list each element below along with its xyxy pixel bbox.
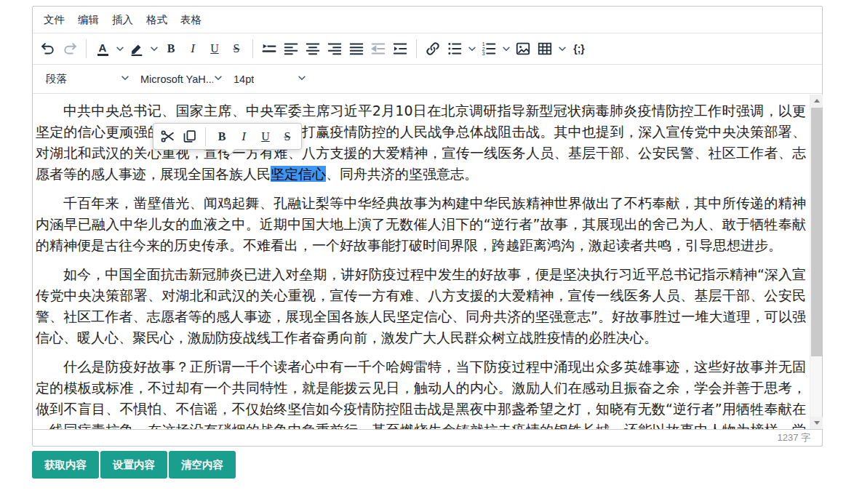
font-family-dropdown[interactable]: Microsoft YaH... [135,68,228,90]
scrollbar-down-button[interactable] [810,417,823,429]
menu-file[interactable]: 文件 [37,9,71,31]
bullet-list-chevron[interactable] [466,39,478,59]
bullet-list-icon [447,41,463,57]
text-color-chevron[interactable] [113,39,126,59]
highlighter-icon [129,41,145,57]
word-count: 1237 字 [777,431,810,444]
bold-button[interactable]: B [160,39,182,59]
status-bar: 1237 字 [33,429,822,446]
first-line-indent-button[interactable] [258,39,280,59]
strikethrough-button[interactable]: S [276,126,298,147]
link-icon [425,41,441,57]
paragraph: 千百年来，凿壁借光、闻鸡起舞、孔融让梨等中华经典故事为构建中华民族精神世界做出了… [36,193,806,256]
triangle-up-icon [814,96,820,103]
scrollbar-up-button[interactable] [810,95,823,107]
text-color-button[interactable]: A [92,39,113,59]
toolbar-divider [86,39,87,58]
copy-button[interactable] [178,126,200,147]
format-toolbar: 段落 Microsoft YaH... 14pt [33,65,822,94]
underline-icon: U [210,42,219,55]
numbered-list-button[interactable]: 1 2 3 [478,39,500,59]
bullet-list-button[interactable] [444,39,466,59]
align-left-icon [283,41,299,57]
align-left-button[interactable] [280,39,302,59]
italic-icon: I [191,41,195,56]
set-content-button[interactable]: 设置内容 [100,451,167,479]
highlight-color-button[interactable] [126,39,148,59]
numbered-list-icon: 1 2 3 [481,41,497,57]
font-size-value: 14pt [234,73,254,85]
paragraph-style-value: 段落 [46,72,67,86]
triangle-down-icon [814,421,820,428]
image-icon [515,41,531,57]
chevron-down-icon [115,44,125,54]
font-family-value: Microsoft YaH... [140,73,213,85]
action-button-group: 获取内容 设置内容 清空内容 [32,451,236,479]
chevron-down-icon [297,73,307,85]
paragraph-style-dropdown[interactable]: 段落 [40,68,135,90]
selected-text: 坚定信心 [271,166,326,182]
underline-button[interactable]: U [204,39,226,59]
toolbar-divider [205,127,206,146]
get-content-button[interactable]: 获取内容 [32,451,99,479]
chevron-down-icon [501,44,511,54]
menu-insert[interactable]: 插入 [105,9,140,31]
scissors-icon [160,129,175,144]
strikethrough-button[interactable]: S [226,39,247,59]
menu-bar: 文件 编辑 插入 格式 表格 [33,7,822,33]
numbered-list-chevron[interactable] [500,39,512,59]
align-justify-button[interactable] [346,39,367,59]
first-line-indent-icon [261,41,277,57]
menu-format[interactable]: 格式 [140,9,174,31]
rich-text-body[interactable]: 中共中央总书记、国家主席、中央军委主席习近平2月10日在北京调研指导新型冠状病毒… [33,95,809,429]
copy-icon [182,129,197,144]
italic-button[interactable]: I [182,39,204,59]
code-sample-icon: {;} [573,43,585,55]
table-chevron[interactable] [556,39,568,59]
underline-button[interactable]: U [255,126,276,147]
chevron-down-icon [149,44,159,54]
indent-button[interactable] [389,39,411,59]
code-sample-button[interactable]: {;} [568,39,590,59]
scrollbar-thumb[interactable] [811,108,822,356]
link-button[interactable] [422,39,444,59]
align-right-icon [327,41,343,57]
menu-edit[interactable]: 编辑 [71,9,105,31]
paragraph: 中共中央总书记、国家主席、中央军委主席习近平2月10日在北京调研指导新型冠状病毒… [36,100,806,185]
rich-text-editor-window: 文件 编辑 插入 格式 表格 A [32,6,823,447]
italic-button[interactable]: I [233,126,255,147]
clear-content-button[interactable]: 清空内容 [169,451,236,479]
underline-icon: U [261,130,270,143]
editor-content-area: 中共中央总书记、国家主席、中央军委主席习近平2月10日在北京调研指导新型冠状病毒… [33,95,822,429]
paragraph: 如今，中国全面抗击新冠肺炎已进入对垒期，讲好防疫过程中发生的好故事，便是坚决执行… [36,264,806,348]
highlight-color-chevron[interactable] [148,39,160,59]
chevron-down-icon [467,44,477,54]
indent-icon [392,41,408,57]
redo-button[interactable] [59,39,81,59]
align-center-icon [305,41,321,57]
chevron-down-icon [557,44,567,54]
insert-image-button[interactable] [512,39,534,59]
undo-button[interactable] [37,39,59,59]
bold-button[interactable]: B [211,126,233,147]
strikethrough-icon: S [284,130,291,143]
redo-icon [62,41,78,57]
align-right-button[interactable] [324,39,346,59]
align-justify-icon [348,41,364,57]
main-toolbar: A B I U S [33,33,822,65]
cut-button[interactable] [156,126,178,147]
outdent-icon [370,41,386,57]
outdent-button[interactable] [367,39,389,59]
chevron-down-icon [120,73,130,85]
toolbar-divider [416,39,417,58]
paragraph-text: 、同舟共济的坚强意志。 [326,166,478,182]
table-button[interactable] [534,39,556,59]
font-size-dropdown[interactable]: 14pt [228,68,311,90]
svg-text:3: 3 [482,51,485,56]
align-center-button[interactable] [302,39,324,59]
toolbar-divider [252,39,253,58]
vertical-scrollbar [810,95,822,429]
text-color-icon: A [97,42,108,56]
italic-icon: I [242,129,246,144]
menu-table[interactable]: 表格 [174,9,208,31]
